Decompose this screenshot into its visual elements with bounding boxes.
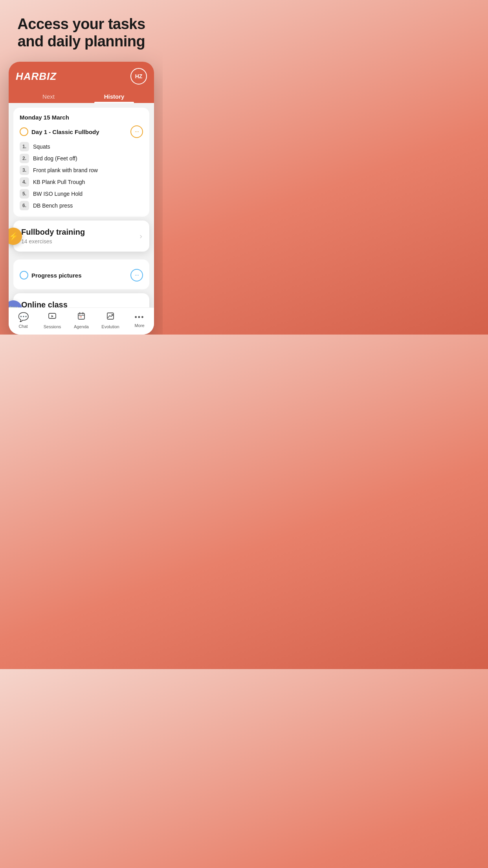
hero-title: Access your tasks and daily planning — [0, 0, 163, 62]
nav-item-sessions[interactable]: Sessions — [38, 312, 67, 329]
fullbody-card-title: Fullbody training — [21, 228, 139, 237]
exercise-name-1: Squats — [33, 143, 50, 150]
exercise-item: 4. KB Plank Pull Trough — [20, 177, 143, 187]
exercise-item: 1. Squats — [20, 142, 143, 151]
agenda-icon — [77, 312, 86, 323]
workout-more-dots[interactable]: ··· — [130, 125, 143, 138]
app-header: HARBIZ HZ Next History — [9, 62, 154, 103]
progress-more-dots[interactable]: ··· — [130, 269, 143, 281]
workout-circle-icon — [20, 127, 28, 136]
fullbody-card-wrapper: ⚡ Fullbody training 14 exercises › — [13, 221, 149, 252]
bottom-nav: 💬 Chat Sessions — [9, 307, 154, 335]
exercise-num-6: 6. — [20, 201, 29, 210]
exercise-num-3: 3. — [20, 166, 29, 175]
page-wrapper: Access your tasks and daily planning HAR… — [0, 0, 163, 335]
online-class-card-wrapper: 📷 Online class 13:00 | 30 min | Online › — [13, 293, 149, 307]
nav-label-sessions: Sessions — [44, 324, 61, 329]
exercise-item: 2. Bird dog (Feet off) — [20, 154, 143, 163]
svg-rect-1 — [78, 313, 84, 319]
monday-date-card: Monday 15 March Day 1 - Classic Fullbody… — [13, 108, 149, 217]
nav-item-more[interactable]: ••• More — [125, 313, 154, 328]
svg-point-5 — [80, 316, 81, 317]
chat-icon: 💬 — [18, 312, 29, 322]
monday-date-label: Monday 15 March — [20, 114, 143, 121]
online-class-card[interactable]: Online class 13:00 | 30 min | Online › — [13, 293, 149, 307]
more-icon: ••• — [135, 313, 145, 322]
exercise-item: 3. Front plank with brand row — [20, 166, 143, 175]
sessions-icon — [48, 312, 57, 323]
nav-label-agenda: Agenda — [74, 324, 89, 329]
lightning-icon: ⚡ — [9, 232, 18, 241]
exercise-num-2: 2. — [20, 154, 29, 163]
app-header-top: HARBIZ HZ — [16, 68, 147, 85]
nav-label-more: More — [134, 323, 144, 328]
nav-item-evolution[interactable]: Evolution — [96, 312, 125, 329]
progress-row: Progress pictures ··· — [20, 266, 143, 283]
exercise-name-5: BW ISO Lunge Hold — [33, 191, 83, 197]
workout-name: Day 1 - Classic Fullbody — [31, 129, 99, 135]
app-tabs: Next History — [16, 89, 147, 103]
exercise-name-6: DB Bench press — [33, 202, 73, 209]
nav-label-chat: Chat — [18, 324, 28, 329]
exercise-num-4: 4. — [20, 177, 29, 187]
exercise-num-1: 1. — [20, 142, 29, 151]
phone-mockup: HARBIZ HZ Next History Monday 15 March D… — [9, 62, 154, 335]
online-class-chevron-icon: › — [139, 304, 142, 307]
tab-history[interactable]: History — [81, 89, 147, 103]
progress-card: Progress pictures ··· — [13, 259, 149, 289]
app-logo: HARBIZ — [16, 70, 57, 83]
nav-label-evolution: Evolution — [101, 324, 119, 329]
exercise-name-3: Front plank with brand row — [33, 167, 98, 173]
exercise-item: 5. BW ISO Lunge Hold — [20, 189, 143, 199]
fullbody-training-card[interactable]: Fullbody training 14 exercises › — [13, 221, 149, 252]
exercise-name-4: KB Plank Pull Trough — [33, 179, 85, 185]
nav-item-agenda[interactable]: Agenda — [67, 312, 96, 329]
workout-title-row: Day 1 - Classic Fullbody — [20, 127, 99, 136]
progress-label: Progress pictures — [31, 272, 82, 279]
exercise-list: 1. Squats 2. Bird dog (Feet off) 3. Fron… — [20, 142, 143, 210]
progress-circle-icon — [20, 271, 28, 280]
nav-item-chat[interactable]: 💬 Chat — [9, 312, 38, 329]
exercise-name-2: Bird dog (Feet off) — [33, 155, 77, 162]
fullbody-card-content: Fullbody training 14 exercises — [21, 228, 139, 245]
video-icon: 📷 — [9, 304, 18, 308]
fullbody-chevron-icon: › — [139, 232, 142, 241]
online-class-content: Online class 13:00 | 30 min | Online — [21, 300, 139, 307]
app-content: Monday 15 March Day 1 - Classic Fullbody… — [9, 103, 154, 307]
progress-title-row: Progress pictures — [20, 271, 82, 280]
online-class-title: Online class — [21, 300, 139, 307]
workout-header: Day 1 - Classic Fullbody ··· — [20, 125, 143, 138]
exercise-item: 6. DB Bench press — [20, 201, 143, 210]
app-avatar[interactable]: HZ — [130, 68, 147, 85]
fullbody-card-subtitle: 14 exercises — [21, 238, 139, 245]
evolution-icon — [106, 312, 115, 323]
tab-next[interactable]: Next — [16, 89, 81, 103]
exercise-num-5: 5. — [20, 189, 29, 199]
svg-point-6 — [81, 316, 82, 317]
